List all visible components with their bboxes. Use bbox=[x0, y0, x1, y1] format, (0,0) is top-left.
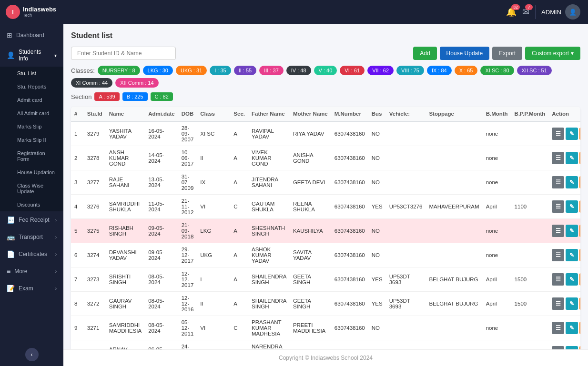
class-badge-iii[interactable]: III : 37 bbox=[259, 66, 284, 75]
sidebar-logo[interactable]: I Indiaswebs Tech bbox=[0, 0, 63, 24]
edit-button[interactable]: ✎ bbox=[566, 249, 578, 261]
sidebar-item-dashboard[interactable]: ⊞ Dashboard bbox=[0, 27, 63, 44]
fee-button[interactable]: Fee bbox=[579, 346, 580, 349]
edit-button[interactable]: ✎ bbox=[566, 225, 578, 237]
sidebar-item-stu-list[interactable]: Stu. List bbox=[0, 67, 63, 80]
admin-profile[interactable]: ADMIN 👤 bbox=[541, 4, 580, 20]
sidebar-item-label: Certificates bbox=[19, 251, 47, 257]
notification-bell[interactable]: 🔔 32 bbox=[506, 7, 517, 17]
edit-button[interactable]: ✎ bbox=[566, 346, 578, 349]
add-button[interactable]: Add bbox=[413, 47, 436, 60]
edit-button[interactable]: ✎ bbox=[566, 176, 578, 188]
house-update-button[interactable]: House Update bbox=[440, 47, 490, 60]
fee-button[interactable]: Fee bbox=[579, 273, 580, 286]
view-button[interactable]: ☰ bbox=[552, 322, 564, 334]
custom-export-button[interactable]: Custom export ▾ bbox=[525, 47, 580, 60]
table-cell: GEETA SINGH bbox=[290, 292, 331, 316]
edit-button[interactable]: ✎ bbox=[566, 128, 578, 140]
action-cell: ☰ ✎ Fee IC bbox=[548, 195, 580, 219]
mail-button[interactable]: ✉ 7 bbox=[522, 7, 529, 17]
table-cell bbox=[511, 146, 549, 170]
export-button[interactable]: Export bbox=[492, 47, 522, 60]
sidebar-item-registration-form[interactable]: Registration Form bbox=[0, 147, 63, 166]
sidebar-item-more[interactable]: ≡ More › bbox=[0, 263, 63, 280]
table-cell: 6307438160 bbox=[331, 316, 368, 340]
view-button[interactable]: ☰ bbox=[552, 152, 564, 164]
fee-button[interactable]: Fee bbox=[579, 297, 580, 310]
class-badge-iv[interactable]: IV : 48 bbox=[286, 66, 311, 75]
class-badge-lkg[interactable]: LKG : 30 bbox=[143, 66, 173, 75]
view-button[interactable]: ☰ bbox=[552, 200, 564, 213]
sidebar-item-exam[interactable]: 📝 Exam › bbox=[0, 280, 63, 297]
section-badge-b[interactable]: B : 225 bbox=[122, 92, 148, 101]
action-cell: ☰ ✎ Fee IC bbox=[548, 219, 580, 243]
table-cell: NO bbox=[368, 170, 386, 195]
fee-button[interactable]: Fee bbox=[579, 128, 580, 140]
sidebar-item-stu-reports[interactable]: Stu. Reports bbox=[0, 80, 63, 93]
class-badge-viii[interactable]: VIII : 75 bbox=[396, 66, 424, 75]
table-cell: 6307438160 bbox=[331, 219, 368, 243]
sidebar-item-discounts[interactable]: Discounts bbox=[0, 198, 63, 211]
sidebar-item-marks-slip[interactable]: Marks Slip bbox=[0, 120, 63, 133]
sidebar-collapse-button[interactable]: ‹ bbox=[25, 348, 39, 361]
table-cell: RAJE SAHANI bbox=[106, 170, 145, 195]
edit-button[interactable]: ✎ bbox=[566, 152, 578, 164]
sidebar-item-all-admit-card[interactable]: All Admit card bbox=[0, 107, 63, 120]
edit-button[interactable]: ✎ bbox=[566, 322, 578, 334]
fee-icon: 🧾 bbox=[7, 216, 15, 224]
sidebar-item-certificates[interactable]: 📄 Certificates › bbox=[0, 246, 63, 263]
class-badge-ukg[interactable]: UKG : 31 bbox=[176, 66, 207, 75]
edit-button[interactable]: ✎ bbox=[566, 297, 578, 310]
sidebar-item-class-wise-update[interactable]: Class Wise Update bbox=[0, 179, 63, 198]
fee-button[interactable]: Fee bbox=[579, 152, 580, 164]
view-button[interactable]: ☰ bbox=[552, 346, 564, 349]
edit-button[interactable]: ✎ bbox=[566, 273, 578, 286]
class-badge-v[interactable]: V : 40 bbox=[314, 66, 337, 75]
sidebar-item-fee-receipt[interactable]: 🧾 Fee Receipt › bbox=[0, 211, 63, 228]
table-cell: NO bbox=[368, 316, 386, 340]
table-row: 93271SAMRIDDHI MADDHESIA08-05-202405-12-… bbox=[71, 316, 580, 340]
view-button[interactable]: ☰ bbox=[552, 297, 564, 310]
table-row: 103270ARNAV KAMAL06-05-202424-01-2021NUR… bbox=[71, 340, 580, 350]
table-cell: YES bbox=[368, 195, 386, 219]
class-badge-ii[interactable]: II : 55 bbox=[234, 66, 257, 75]
table-cell: 3270 bbox=[84, 340, 106, 350]
sidebar-item-transport[interactable]: 🚌 Transport › bbox=[0, 228, 63, 246]
section-badge-c[interactable]: C : 82 bbox=[151, 92, 173, 101]
sidebar-item-house-updation[interactable]: House Updation bbox=[0, 166, 63, 179]
action-buttons: ☰ ✎ Fee IC bbox=[552, 200, 580, 213]
class-badge-x[interactable]: X : 65 bbox=[455, 66, 478, 75]
view-button[interactable]: ☰ bbox=[552, 225, 564, 237]
class-badge-xi-sc[interactable]: XI SC : 80 bbox=[480, 66, 514, 75]
edit-button[interactable]: ✎ bbox=[566, 200, 578, 213]
fee-button[interactable]: Fee bbox=[579, 225, 580, 237]
fee-button[interactable]: Fee bbox=[579, 176, 580, 188]
table-cell: RISHABH SINGH bbox=[106, 219, 145, 243]
class-badge-nursery[interactable]: NURSERY : 8 bbox=[98, 66, 140, 75]
fee-button[interactable]: Fee bbox=[579, 249, 580, 261]
section-badge-a[interactable]: A : 539 bbox=[94, 92, 119, 101]
table-cell: 14-05-2024 bbox=[145, 146, 178, 170]
sidebar-item-admit-card[interactable]: Admit card bbox=[0, 93, 63, 107]
class-badge-vi[interactable]: VI : 61 bbox=[340, 66, 365, 75]
class-badge-xii-comm[interactable]: XII Comm : 14 bbox=[115, 78, 158, 88]
class-badge-vii[interactable]: VII : 62 bbox=[367, 66, 394, 75]
class-badge-xii-sc[interactable]: XII SC : 51 bbox=[517, 66, 552, 75]
class-badge-ix[interactable]: IX : 84 bbox=[427, 66, 452, 75]
view-button[interactable]: ☰ bbox=[552, 273, 564, 286]
table-header-row: # Stu.Id Name Admi.date DOB Class Sec. F… bbox=[71, 107, 580, 121]
table-cell: BELGHAT BUJURG bbox=[426, 267, 482, 292]
table-cell bbox=[426, 316, 482, 340]
sidebar-item-students-info[interactable]: 👤 Students Info ▾ bbox=[0, 44, 63, 67]
view-button[interactable]: ☰ bbox=[552, 176, 564, 188]
fee-button[interactable]: Fee bbox=[579, 322, 580, 334]
search-input[interactable] bbox=[71, 47, 176, 60]
top-bar: Add House Update Export Custom export ▾ bbox=[71, 47, 580, 60]
sidebar-item-marks-slip-ii[interactable]: Marks Slip II bbox=[0, 133, 63, 147]
view-button[interactable]: ☰ bbox=[552, 249, 564, 261]
class-badge-i[interactable]: I : 35 bbox=[210, 66, 231, 75]
class-badge-xi-comm[interactable]: XI Comm : 44 bbox=[71, 78, 112, 88]
table-cell: C bbox=[230, 316, 248, 340]
fee-button[interactable]: Fee bbox=[579, 200, 580, 213]
view-button[interactable]: ☰ bbox=[552, 128, 564, 140]
